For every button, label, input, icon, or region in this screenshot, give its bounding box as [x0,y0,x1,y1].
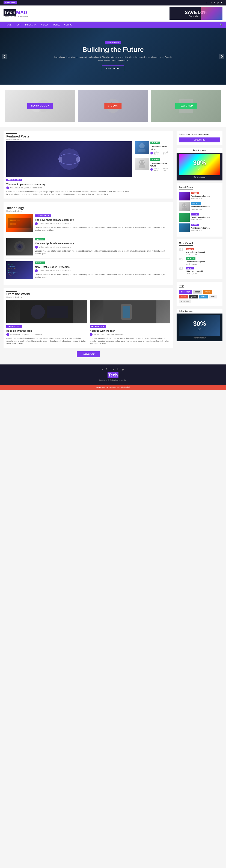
nav-contact[interactable]: CONTACT [62,22,76,28]
latest-item-2-title[interactable]: New tech development [191,206,220,208]
tech-article-2-title[interactable]: The new Apple release ceremony [35,242,170,245]
featured-main-title[interactable]: The new Apple release ceremony [6,183,132,186]
tech-article-2-date: 29 April 2018 [50,246,59,248]
latest-item-4: TECH New tech development March 13, 2018 [179,223,220,232]
tag-travel[interactable]: travel [203,290,212,294]
hero-prev-button[interactable]: ❮ [2,54,7,59]
viewed-item-2-content: WORLD Robots are taking over March 22, 2… [186,257,220,265]
svg-text:fingerprint: fingerprint [8,272,17,274]
svg-rect-39 [122,306,130,318]
category-card-videos[interactable]: VIDEOS [78,90,148,122]
hero-read-more-button[interactable]: READ MORE [102,65,124,71]
nav-innovation[interactable]: INNOVATION [23,22,39,28]
world-article-1-title[interactable]: Keep up with the tech [6,329,87,333]
technology-section: Technology Handpicked articles TECHNOLOG… [3,202,173,285]
tech-article-2: WORLD The new Apple release ceremony Mic… [6,238,170,258]
latest-item-4-title[interactable]: New tech development [191,227,220,229]
tag-music[interactable]: music [199,295,208,299]
featured-main-author: Michael Smith [10,187,20,189]
tag-online[interactable]: online [179,295,188,299]
category-card-featured[interactable]: FEATURED [151,90,221,122]
side-article-1-avatar [150,152,153,154]
search-icon[interactable]: 🔍 [220,23,223,26]
newsletter-title: Subscribe to our newsletter [179,133,220,136]
side-article-2-author: Michael Smith [154,168,162,171]
world-article-2-comments[interactable]: 2 COMMENTS [115,334,125,336]
tech-article-3-comments[interactable]: 3 COMMENTS [60,270,71,272]
latest-item-3-title[interactable]: New tech development [191,216,220,218]
tag-design[interactable]: design [193,290,202,294]
viewed-item-2-title[interactable]: Robots are taking over [186,260,220,263]
header-advertisement[interactable]: SAVE 50% Buy now in stores [170,7,223,20]
svg-point-13 [140,161,142,163]
top-bar: SUBSCRIBE ♦ f t ♥ in ▶ [0,0,226,5]
social-icon-4[interactable]: ♥ [214,2,215,4]
footer-social-3[interactable]: t [110,368,110,371]
category-card-technology[interactable]: TECHNOLOGY [5,90,75,122]
world-article-2-date: 29 April 2018 [105,334,114,336]
side-article-2-title[interactable]: The devices of the future [150,162,170,167]
nav-videos[interactable]: VIDEOS [39,22,51,28]
featured-main-meta: Michael Smith 29 April 2018 3 COMMENTS [6,186,132,189]
load-more-button[interactable]: LOAD MORE [77,351,100,358]
world-section: From the World Handpicked articles TECHN… [3,288,173,348]
side-article-1-author: Michael Smith [154,151,162,155]
world-article-2-badge: TECHNOLOGY [90,326,106,328]
social-icon-1[interactable]: ♦ [206,2,207,4]
nav-home[interactable]: HOME [3,22,13,28]
sidebar-ad-2-title: Advertisement [177,309,223,313]
world-subtitle: Handpicked articles [6,296,170,298]
tag-game[interactable]: game [189,295,198,299]
side-article-1-title[interactable]: The devices of the future [150,146,170,151]
side-article-1-date: 29 April 2018 [163,151,170,155]
nav-tech[interactable]: TECH [13,22,23,28]
featured-subtitle: Handpicked articles [6,139,29,141]
latest-item-4-date: March 13, 2018 [191,229,220,231]
top-subscribe-button[interactable]: SUBSCRIBE [3,1,17,4]
world-article-1-comments[interactable]: 2 COMMENTS [32,334,42,336]
world-article-1-excerpt: Curabitur venenatis efficitur lorem sed … [6,337,87,345]
footer-social-4[interactable]: ♥ [113,368,114,371]
featured-main-comments[interactable]: 3 COMMENTS [32,187,42,189]
tech-article-2-excerpt: Curabitur venenatis efficitur lorem sed … [35,250,170,255]
latest-item-4-badge: TECH [191,224,199,226]
tech-article-3-author: Michael Smith [39,270,49,272]
social-icon-6[interactable]: ▶ [221,2,223,4]
footer-social-1[interactable]: ♦ [102,368,103,371]
tech-article-1-avatar [35,222,38,225]
tag-adventure[interactable]: adventure [179,300,191,303]
svg-point-40 [182,203,186,208]
nav-world[interactable]: WORLD [51,22,62,28]
latest-item-1-title[interactable]: New tech development [191,195,220,197]
world-article-2-meta: Michael Smith 29 April 2018 2 COMMENTS [90,333,170,336]
tech-article-1-title[interactable]: The new Apple release ceremony [35,218,170,221]
footer-social-5[interactable]: in [117,368,119,371]
sidebar-ad-1: Advertisement 30% off Buy online now [177,148,223,181]
tech-article-1-comments[interactable]: 3 COMMENTS [60,223,71,224]
tech-article-2-image [6,238,33,255]
footer-social-6[interactable]: ▶ [122,368,124,371]
tech-article-3-title[interactable]: New HTML5 Codes - Freebies [35,266,170,269]
latest-item-1-content: USED New tech development March 13, 2018 [191,192,220,199]
social-icon-2[interactable]: f [209,2,210,4]
tag-technology[interactable]: technology [179,290,192,294]
viewed-item-1-title[interactable]: New tech development [186,251,220,253]
sidebar-subscribe-button[interactable]: SUBSCRIBE [179,137,220,143]
social-icon-5[interactable]: in [217,2,219,4]
sidebar-ad-1-content[interactable]: 30% off [179,154,220,175]
social-icon-3[interactable]: t [212,2,212,4]
tag-audio[interactable]: audio [209,295,217,299]
viewed-item-2-badge: WORLD [186,257,195,260]
sidebar-ad-2-content[interactable]: 30% off [179,315,220,336]
svg-text:</html>: </html> [8,274,14,276]
world-article-2-title[interactable]: Keep up with the tech [90,329,170,333]
hero-next-button[interactable]: ❯ [219,54,224,59]
side-article-1-content: WORLD The devices of the future Michael … [150,142,170,156]
tech-article-2-comments[interactable]: 3 COMMENTS [60,246,71,248]
viewed-item-3-title[interactable]: 10 tips to tech world [186,270,220,273]
footer-social-2[interactable]: f [106,368,107,371]
latest-item-1-badge: USED [191,192,199,194]
side-article-2-avatar [150,168,153,171]
header-ad-buy: Buy now in stores [189,15,203,17]
svg-point-26 [18,245,21,248]
